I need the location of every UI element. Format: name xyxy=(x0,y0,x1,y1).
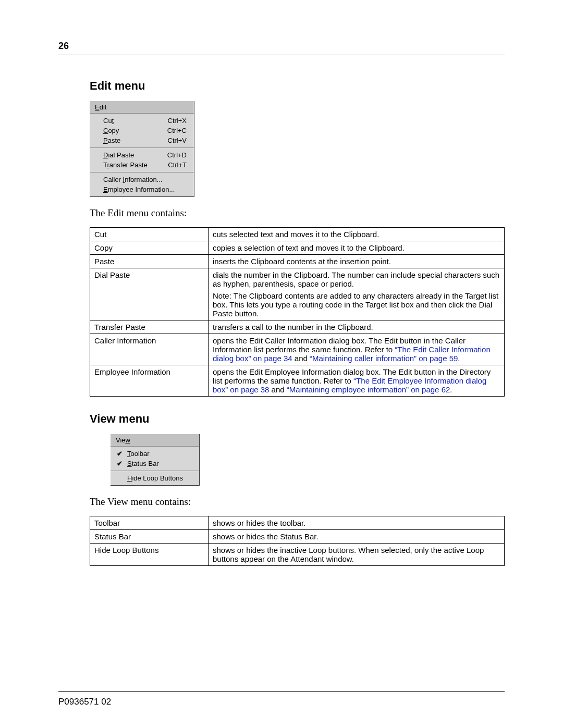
menu-item-label: Cut xyxy=(103,117,114,125)
table-key: Transfer Paste xyxy=(90,320,209,334)
header-rule xyxy=(58,55,505,55)
edit-menu-group: CutCtrl+XCopyCtrl+CPasteCtrl+V xyxy=(90,114,194,148)
menu-item-label: Toolbar xyxy=(127,450,150,458)
table-value: cuts selected text and moves it to the C… xyxy=(209,228,505,241)
menu-item-label: Copy xyxy=(103,127,119,134)
edit-menu-item[interactable]: Caller Information... xyxy=(90,175,194,184)
table-value: shows or hides the toolbar. xyxy=(209,516,505,530)
view-menu-group: Hide Loop Buttons xyxy=(111,471,199,485)
view-menu-item[interactable]: ✔Toolbar xyxy=(111,449,199,459)
view-menu-screenshot: View ✔Toolbar✔Status BarHide Loop Button… xyxy=(111,434,200,486)
view-menu-intro: The View menu contains: xyxy=(90,496,505,508)
view-menu-title[interactable]: View xyxy=(111,434,199,447)
view-menu-table: Toolbarshows or hides the toolbar.Status… xyxy=(90,516,505,566)
view-menu-heading: View menu xyxy=(90,412,505,426)
menu-item-label: Dial Paste xyxy=(103,151,134,159)
edit-menu-item[interactable]: Dial PasteCtrl+D xyxy=(90,150,194,160)
table-row: Copycopies a selection of text and moves… xyxy=(90,241,505,255)
table-key: Paste xyxy=(90,255,209,268)
view-menu-item[interactable]: Hide Loop Buttons xyxy=(111,473,199,483)
table-row: Status Barshows or hides the Status Bar. xyxy=(90,530,505,544)
menu-item-shortcut: Ctrl+C xyxy=(167,127,187,134)
menu-item-shortcut: Ctrl+T xyxy=(168,161,187,169)
table-key: Caller Information xyxy=(90,334,209,365)
table-key: Toolbar xyxy=(90,516,209,530)
menu-item-label: Employee Information... xyxy=(103,186,175,193)
edit-menu-item[interactable]: Transfer PasteCtrl+T xyxy=(90,160,194,170)
table-key: Hide Loop Buttons xyxy=(90,544,209,566)
table-row: Pasteinserts the Clipboard contents at t… xyxy=(90,255,505,268)
check-icon: ✔ xyxy=(116,460,123,467)
view-menu-item[interactable]: ✔Status Bar xyxy=(111,459,199,468)
page: 26 Edit menu Edit CutCtrl+XCopyCtrl+CPas… xyxy=(0,0,563,728)
table-value: shows or hides the inactive Loop buttons… xyxy=(209,544,505,566)
edit-menu-group: Caller Information...Employee Informatio… xyxy=(90,172,194,196)
menu-item-label: Status Bar xyxy=(127,460,159,467)
edit-menu-intro: The Edit menu contains: xyxy=(90,207,505,219)
menu-item-label: Paste xyxy=(103,137,120,144)
check-icon: ✔ xyxy=(116,450,123,458)
table-key: Copy xyxy=(90,241,209,255)
cross-reference-link[interactable]: “Maintaining employee information” on pa… xyxy=(287,385,450,394)
menu-item-shortcut: Ctrl+X xyxy=(168,117,187,125)
table-row: Caller Informationopens the Edit Caller … xyxy=(90,334,505,365)
table-key: Status Bar xyxy=(90,530,209,544)
table-value: opens the Edit Employee Information dial… xyxy=(209,365,505,397)
menu-item-label: Transfer Paste xyxy=(103,161,148,169)
table-row: Transfer Pastetransfers a call to the nu… xyxy=(90,320,505,334)
table-value: shows or hides the Status Bar. xyxy=(209,530,505,544)
page-number: 26 xyxy=(58,41,505,52)
table-row: Hide Loop Buttonsshows or hides the inac… xyxy=(90,544,505,566)
table-key: Dial Paste xyxy=(90,268,209,320)
edit-menu-group: Dial PasteCtrl+DTransfer PasteCtrl+T xyxy=(90,148,194,172)
edit-menu-table: Cutcuts selected text and moves it to th… xyxy=(90,227,505,397)
content-area: Edit menu Edit CutCtrl+XCopyCtrl+CPasteC… xyxy=(90,79,505,566)
table-row: Employee Informationopens the Edit Emplo… xyxy=(90,365,505,397)
table-row: Dial Pastedials the number in the Clipbo… xyxy=(90,268,505,320)
table-row: Toolbarshows or hides the toolbar. xyxy=(90,516,505,530)
menu-item-shortcut: Ctrl+V xyxy=(168,137,187,144)
table-value: copies a selection of text and moves it … xyxy=(209,241,505,255)
edit-menu-item[interactable]: CopyCtrl+C xyxy=(90,126,194,135)
page-footer: P0936571 02 xyxy=(58,691,505,707)
edit-menu-item[interactable]: CutCtrl+X xyxy=(90,116,194,126)
menu-item-label: Hide Loop Buttons xyxy=(127,474,183,482)
edit-menu-heading: Edit menu xyxy=(90,79,505,93)
edit-menu-item[interactable]: PasteCtrl+V xyxy=(90,135,194,145)
menu-item-label: Caller Information... xyxy=(103,176,162,183)
table-key: Employee Information xyxy=(90,365,209,397)
table-value: opens the Edit Caller Information dialog… xyxy=(209,334,505,365)
footer-rule xyxy=(58,691,505,692)
document-id: P0936571 02 xyxy=(58,697,505,707)
view-menu-group: ✔Toolbar✔Status Bar xyxy=(111,447,199,471)
table-key: Cut xyxy=(90,228,209,241)
edit-menu-screenshot: Edit CutCtrl+XCopyCtrl+CPasteCtrl+VDial … xyxy=(90,101,194,197)
table-row: Cutcuts selected text and moves it to th… xyxy=(90,228,505,241)
table-value: inserts the Clipboard contents at the in… xyxy=(209,255,505,268)
cross-reference-link[interactable]: “Maintaining caller information” on page… xyxy=(310,354,458,363)
table-value: dials the number in the Clipboard. The n… xyxy=(209,268,505,320)
menu-item-shortcut: Ctrl+D xyxy=(167,151,187,159)
edit-menu-item[interactable]: Employee Information... xyxy=(90,184,194,194)
table-value: transfers a call to the number in the Cl… xyxy=(209,320,505,334)
edit-menu-title[interactable]: Edit xyxy=(90,101,194,114)
